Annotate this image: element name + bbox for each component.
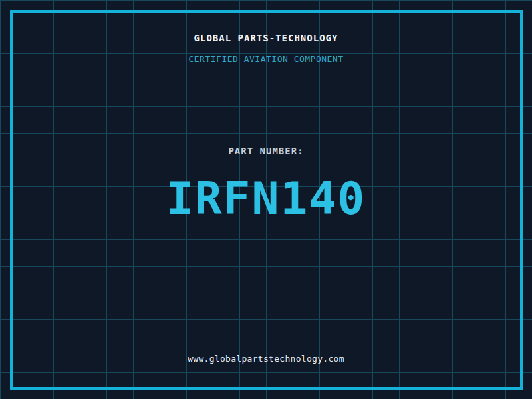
certification-subtitle: CERTIFIED AVIATION COMPONENT	[0, 54, 532, 64]
company-name: GLOBAL PARTS-TECHNOLOGY	[0, 33, 532, 43]
part-number-value: IRFN140	[0, 176, 532, 221]
part-number-label: PART NUMBER:	[0, 146, 532, 156]
website-url: www.globalpartstechnology.com	[0, 354, 532, 364]
label-page-background: GLOBAL PARTS-TECHNOLOGY CERTIFIED AVIATI…	[0, 0, 532, 399]
